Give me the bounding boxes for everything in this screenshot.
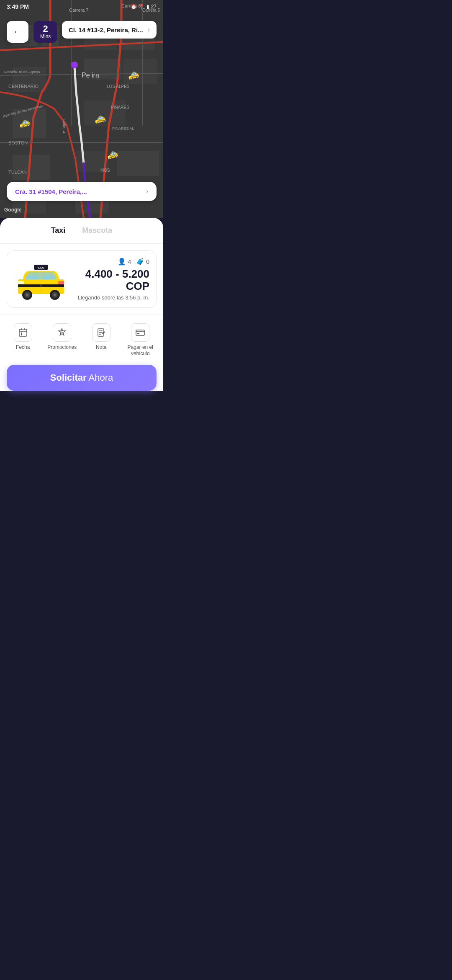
destination-chevron-icon: › <box>146 188 148 195</box>
back-arrow-icon: ← <box>13 26 22 37</box>
svg-rect-12 <box>117 151 159 176</box>
svg-text:Pe  ira: Pe ira <box>82 72 99 79</box>
svg-rect-54 <box>21 333 22 334</box>
svg-point-49 <box>54 294 56 296</box>
svg-rect-40 <box>58 281 64 284</box>
destination-text: Cra. 31 #1504, Pereira,... <box>15 188 87 195</box>
svg-rect-55 <box>21 334 22 335</box>
alarm-icon: ⏰ <box>131 4 137 10</box>
fecha-label: Fecha <box>16 344 30 350</box>
svg-text:Avenida 30 de Agosto: Avenida 30 de Agosto <box>3 70 40 74</box>
svg-rect-42 <box>26 275 38 279</box>
taxi-image: TAXI <box>14 263 68 296</box>
solicitar-button[interactable]: Solicitar Ahora <box>7 365 157 391</box>
passenger-count: 4 <box>128 258 131 265</box>
pagar-icon-container <box>131 323 149 342</box>
back-button[interactable]: ← <box>7 21 28 43</box>
promociones-label: Promociones <box>47 344 77 350</box>
destination-address-bar[interactable]: Cra. 31 #1504, Pereira,... › <box>7 182 157 201</box>
nota-label: Nota <box>96 344 106 350</box>
status-icons: ⏰ 📍 ▮ 27 <box>131 4 157 10</box>
origin-address-bar[interactable]: Cl. 14 #13-2, Pereira, Ri... › <box>62 21 157 39</box>
svg-rect-63 <box>137 333 139 334</box>
svg-text:TULCAN: TULCAN <box>8 170 27 175</box>
svg-text:MOS: MOS <box>100 168 110 173</box>
tab-taxi[interactable]: Taxi <box>51 226 66 237</box>
pagar-button[interactable]: Pagar en el vehículo <box>121 323 160 356</box>
promociones-icon-container: % <box>53 323 71 342</box>
tab-mascota[interactable]: Mascota <box>82 226 112 237</box>
location-icon: 📍 <box>139 4 145 10</box>
solicitar-light: Ahora <box>89 372 113 383</box>
nota-icon-container <box>92 323 110 342</box>
svg-rect-61 <box>136 330 144 335</box>
svg-text:%: % <box>60 331 63 334</box>
service-meta: 👤 4 🧳 0 <box>75 258 149 266</box>
battery-indicator: ▮ 27 <box>146 4 157 10</box>
person-icon: 👤 <box>118 258 126 266</box>
action-buttons-row: Fecha % Promociones Nota <box>0 315 163 365</box>
bottom-panel: Taxi Mascota TAXI <box>0 218 163 391</box>
eta-number: 2 <box>40 24 51 34</box>
fecha-button[interactable]: Fecha <box>3 323 43 356</box>
svg-text:Calle 14: Calle 14 <box>62 119 66 133</box>
svg-rect-50 <box>19 329 27 336</box>
luggage-icon: 🧳 <box>136 258 144 266</box>
svg-text:PINARES AL: PINARES AL <box>112 126 134 131</box>
origin-chevron-icon: › <box>148 26 150 34</box>
service-tabs: Taxi Mascota <box>0 218 163 244</box>
svg-rect-10 <box>13 155 50 180</box>
status-bar: 3:49 PM ⏰ 📍 ▮ 27 <box>0 0 163 13</box>
eta-badge: 2 Mins <box>33 21 57 43</box>
svg-text:PINARES: PINARES <box>111 105 129 110</box>
status-time: 3:49 PM <box>7 3 29 10</box>
svg-point-46 <box>26 294 28 296</box>
passengers-info: 👤 4 <box>118 258 131 266</box>
luggage-count: 0 <box>146 258 149 265</box>
arrival-time: Llegando sobre las 3:56 p. m. <box>75 294 149 301</box>
svg-rect-39 <box>18 281 24 284</box>
solicitar-bold: Solicitar <box>50 372 87 383</box>
service-info: 👤 4 🧳 0 4.400 - 5.200 COP Llegando sobre… <box>75 258 149 301</box>
eta-label: Mins <box>40 34 51 39</box>
promociones-button[interactable]: % Promociones <box>43 323 82 356</box>
svg-text:CENTENARIO: CENTENARIO <box>8 84 39 89</box>
svg-text:BOSTON: BOSTON <box>8 140 28 145</box>
nota-button[interactable]: Nota <box>82 323 121 356</box>
pagar-label: Pagar en el vehículo <box>121 344 160 356</box>
svg-rect-43 <box>42 275 54 279</box>
svg-text:TAXI: TAXI <box>38 266 44 269</box>
service-card: TAXI <box>7 250 157 308</box>
fecha-icon-container <box>14 323 32 342</box>
price-range: 4.400 - 5.200 COP <box>75 268 149 292</box>
svg-text:Google: Google <box>4 207 22 213</box>
luggage-info: 🧳 0 <box>136 258 149 266</box>
solicitar-text: Solicitar Ahora <box>50 372 113 383</box>
svg-point-17 <box>71 62 78 68</box>
map-area: Carrera 7 Carrera 8 Carrera 5 Avenida 30… <box>0 0 163 218</box>
svg-text:LOS ALPES: LOS ALPES <box>107 84 130 89</box>
origin-text: Cl. 14 #13-2, Pereira, Ri... <box>69 26 143 34</box>
